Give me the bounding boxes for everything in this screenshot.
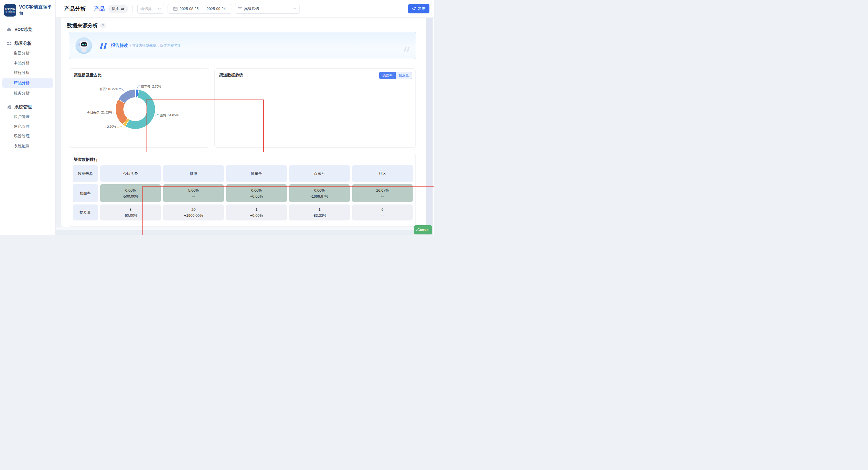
- sidebar-item-label: 旅程分析: [14, 70, 30, 75]
- col-header-weibo: 微博: [163, 165, 224, 182]
- sidebar-item-label: 角色管理: [14, 124, 30, 128]
- sidebar-item-label: 服务分析: [14, 91, 30, 95]
- sidebar-item-label: 本品分析: [14, 60, 30, 65]
- swap-arrows-icon: [121, 7, 125, 10]
- sidebar-item-label: 场景管理: [14, 134, 30, 138]
- brand-title: VOC客情直驱平台: [19, 4, 55, 16]
- sidebar-group-scene-analysis[interactable]: 场景分析: [0, 38, 55, 49]
- sidebar-item-role-management[interactable]: 角色管理: [0, 122, 55, 131]
- advanced-filter-dropdown[interactable]: 高级筛选: [235, 4, 300, 14]
- channel-ranking-table: 数据来源 今日头条 微博 懂车帝 百家号 社区 负面率 0.00%-500.00…: [73, 165, 413, 221]
- topbar: 产品分析 - 产品 切换 请选择 2025-08-25 - 2025-09-24…: [56, 0, 434, 18]
- col-header-dongchedi: 懂车帝: [226, 165, 287, 182]
- switch-label: 切换: [112, 6, 119, 11]
- table-cell: 16.67%--: [352, 184, 413, 202]
- mention-share-card: 渠道提及量占比 懂车帝: 2.70% 微博: 54.05% : 2.70% 今日…: [69, 68, 209, 148]
- donut-label-community: 社区: 16.22%: [97, 87, 118, 91]
- paper-plane-icon: [412, 7, 416, 11]
- table-cell: 6--: [352, 204, 413, 221]
- date-start[interactable]: 2025-08-25: [180, 6, 199, 11]
- channel-ranking-card: 渠道数据排行 数据来源 今日头条 微博 懂车帝 百家号 社区 负面率 0.00%…: [69, 153, 416, 227]
- date-end[interactable]: 2025-09-24: [207, 6, 226, 11]
- changan-logo: 长安汽车 CHANGAN: [4, 4, 16, 17]
- sidebar-item-label: 产品分析: [14, 81, 30, 85]
- sidebar-item-service-analysis[interactable]: 服务分析: [0, 88, 55, 98]
- vconsole-button[interactable]: vConsole: [414, 225, 432, 234]
- table-cell: 1-83.33%: [289, 204, 350, 221]
- col-header-toutiao: 今日头条: [100, 165, 161, 182]
- help-icon[interactable]: ?: [100, 23, 106, 29]
- sidebar-item-own-product-analysis[interactable]: 本品分析: [0, 58, 55, 68]
- vertical-scrollbar[interactable]: [426, 18, 433, 235]
- mention-share-donut-chart: 懂车帝: 2.70% 微博: 54.05% : 2.70% 今日头条: 21.6…: [69, 69, 209, 147]
- donut-label-dongchedi: 懂车帝: 2.70%: [141, 84, 161, 89]
- title-separator: -: [89, 6, 91, 11]
- sidebar-item-system-config[interactable]: 系统配置: [0, 141, 55, 151]
- page-gap-band: [56, 227, 434, 230]
- donut-callout-lines: [69, 69, 209, 147]
- divider: [132, 5, 133, 12]
- chevron-down-icon: [158, 8, 161, 10]
- report-interpretation-note: (内容为模型生成，仅作为参考!): [130, 43, 180, 48]
- home-icon: [7, 27, 12, 32]
- sidebar-nav: VOC总览 场景分析 集团分析 本品分析 旅程分析 产品分析 服务分析 系统管理…: [0, 18, 55, 151]
- toggle-mention-volume[interactable]: 提及量: [396, 72, 412, 79]
- sidebar-group-label: 系统管理: [14, 105, 32, 110]
- donut-label-weibo: 微博: 54.05%: [160, 113, 178, 117]
- open-quote-icon: [99, 42, 108, 49]
- sidebar-group-system-management[interactable]: 系统管理: [0, 102, 55, 112]
- table-cell: 20+1900.00%: [163, 204, 224, 221]
- gear-icon: [7, 105, 12, 110]
- publish-button[interactable]: 发布: [408, 4, 429, 13]
- sidebar-item-group-analysis[interactable]: 集团分析: [0, 49, 55, 58]
- chevron-down-icon: [293, 8, 297, 10]
- sidebar-item-journey-analysis[interactable]: 旅程分析: [0, 68, 55, 78]
- date-separator: -: [202, 6, 203, 11]
- col-header-baijiahao: 百家号: [289, 165, 350, 182]
- trend-metric-toggle: 负面率 提及量: [379, 72, 412, 79]
- section-title: 数据来源分析: [67, 22, 98, 29]
- sidebar-item-label: 集团分析: [14, 51, 30, 55]
- sidebar-item-label: 系统配置: [14, 143, 30, 148]
- table-cell: 8-60.00%: [100, 204, 161, 221]
- table-cell: 5.00%--: [163, 184, 224, 202]
- col-header-community: 社区: [352, 165, 413, 182]
- data-source-analysis-card: 数据来源分析 ?: [61, 18, 426, 227]
- channel-ranking-title: 渠道数据排行: [69, 153, 415, 162]
- scene-select[interactable]: 请选择: [137, 4, 164, 14]
- robot-avatar: [75, 37, 92, 54]
- donut-label-unnamed: : 2.70%: [103, 125, 116, 128]
- row-label-negative-rate: 负面率: [73, 184, 98, 202]
- row-label-mention-volume: 提及量: [73, 204, 98, 221]
- toggle-negative-rate[interactable]: 负面率: [379, 72, 396, 79]
- switch-scene-button[interactable]: 切换: [108, 5, 128, 13]
- close-quote-icon: [403, 47, 410, 53]
- sidebar-item-label: 账户管理: [14, 114, 30, 119]
- sidebar-item-label: VOC总览: [14, 27, 32, 32]
- sidebar-item-voc-overview[interactable]: VOC总览: [0, 25, 55, 34]
- table-cell: 0.00%+0.00%: [226, 184, 287, 202]
- sidebar: 长安汽车 CHANGAN VOC客情直驱平台 VOC总览 场景分析 集团分析 本…: [0, 0, 56, 235]
- scene-grid-icon: [7, 41, 12, 46]
- date-range-picker[interactable]: 2025-08-25 - 2025-09-24: [167, 4, 231, 14]
- sidebar-item-account-management[interactable]: 账户管理: [0, 112, 55, 122]
- advanced-filter-label: 高级筛选: [244, 6, 259, 11]
- sidebar-item-scene-management[interactable]: 场景管理: [0, 131, 55, 141]
- brand-header: 长安汽车 CHANGAN VOC客情直驱平台: [0, 0, 55, 18]
- table-cell: 0.00%-500.00%: [100, 184, 161, 202]
- report-interpretation-banner: 报告解读 (内容为模型生成，仅作为参考!): [69, 32, 416, 59]
- table-cell: 1+0.00%: [226, 204, 287, 221]
- main-content: 数据来源分析 ?: [56, 18, 434, 235]
- logo-text-en: CHANGAN: [5, 11, 15, 13]
- filter-icon: [238, 7, 242, 10]
- table-cell: 0.00%-1666.67%: [289, 184, 350, 202]
- scene-name: 产品: [94, 5, 105, 12]
- window-right-edge: [433, 0, 434, 235]
- page-bottom-band: [56, 230, 434, 235]
- donut-label-toutiao: 今日头条: 21.62%: [87, 110, 108, 115]
- logo-text-cn: 长安汽车: [5, 7, 16, 11]
- calendar-icon: [173, 6, 178, 11]
- page-title: 产品分析: [64, 5, 86, 12]
- publish-label: 发布: [418, 6, 426, 11]
- sidebar-item-product-analysis[interactable]: 产品分析: [2, 78, 53, 88]
